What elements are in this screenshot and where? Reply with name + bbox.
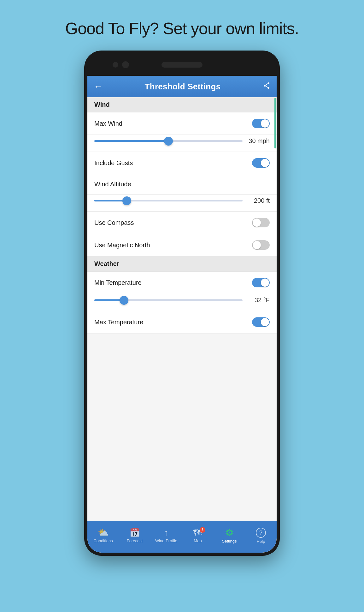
min-temperature-slider[interactable] — [94, 297, 243, 303]
max-wind-toggle[interactable] — [252, 119, 270, 128]
scrollbar-indicator — [274, 98, 276, 148]
max-wind-row: Max Wind — [87, 112, 277, 135]
svg-line-3 — [266, 86, 268, 87]
back-button[interactable]: ← — [94, 81, 103, 92]
include-gusts-toggle[interactable] — [252, 158, 270, 168]
settings-label: Settings — [222, 539, 237, 543]
wind-altitude-fill — [94, 200, 127, 201]
map-label: Map — [194, 538, 202, 543]
use-compass-knob — [253, 219, 261, 227]
max-temperature-label: Max Temperature — [94, 319, 143, 326]
max-wind-value: 30 mph — [248, 137, 270, 145]
min-temperature-slider-row: 32 °F — [87, 294, 277, 311]
min-temperature-track — [94, 299, 243, 301]
wind-altitude-thumb[interactable] — [122, 196, 131, 205]
settings-icon: ⚙ — [225, 528, 234, 537]
min-temperature-thumb[interactable] — [120, 296, 128, 305]
wind-altitude-track — [94, 200, 243, 201]
conditions-label: Conditions — [93, 538, 113, 543]
min-temperature-knob — [261, 279, 269, 287]
max-wind-knob — [261, 119, 269, 128]
nav-forecast[interactable]: 📅 Forecast — [119, 521, 150, 553]
include-gusts-label: Include Gusts — [94, 159, 133, 167]
svg-point-1 — [264, 85, 266, 87]
wind-altitude-slider[interactable] — [94, 198, 243, 204]
use-magnetic-north-toggle[interactable] — [252, 240, 270, 250]
include-gusts-row: Include Gusts — [87, 152, 277, 174]
max-wind-slider-row: 30 mph — [87, 135, 277, 152]
forecast-label: Forecast — [127, 538, 143, 543]
use-magnetic-north-label: Use Magnetic North — [94, 242, 150, 249]
map-icon: 🗺 3 — [193, 528, 202, 537]
wind-altitude-value: 200 ft — [248, 197, 270, 204]
forecast-icon: 📅 — [129, 528, 140, 537]
wind-altitude-slider-row: 200 ft — [87, 195, 277, 212]
section-weather-header: Weather — [87, 256, 277, 272]
wind-altitude-row: Wind Altitude — [87, 174, 277, 195]
share-button[interactable] — [263, 82, 270, 91]
section-wind-header: Wind — [87, 97, 277, 112]
map-badge: 3 — [200, 527, 205, 533]
min-temperature-toggle[interactable] — [252, 278, 270, 287]
app-header: ← Threshold Settings — [87, 76, 277, 97]
help-icon: ? — [256, 528, 266, 538]
use-compass-label: Use Compass — [94, 219, 134, 226]
nav-map[interactable]: 🗺 3 Map — [182, 521, 214, 553]
phone-screen: ← Threshold Settings Wind Max Wind — [87, 76, 277, 553]
use-magnetic-north-knob — [253, 241, 261, 249]
nav-help[interactable]: ? Help — [245, 521, 277, 553]
nav-conditions[interactable]: ⛅ Conditions — [87, 521, 119, 553]
max-wind-slider[interactable] — [94, 138, 243, 144]
phone-speaker — [161, 62, 203, 68]
wind-altitude-label: Wind Altitude — [94, 181, 131, 188]
phone-frame: ← Threshold Settings Wind Max Wind — [84, 51, 280, 556]
bottom-nav: ⛅ Conditions 📅 Forecast ↑ Wind Profile 🗺… — [87, 521, 277, 553]
max-wind-track — [94, 140, 243, 142]
wind-profile-label: Wind Profile — [155, 538, 177, 543]
help-label: Help — [257, 539, 265, 544]
camera-left — [113, 62, 118, 68]
page-tagline: Good To Fly? Set your own limits. — [65, 19, 299, 38]
min-temperature-row: Min Temperature — [87, 272, 277, 294]
max-wind-label: Max Wind — [94, 120, 122, 127]
conditions-icon: ⛅ — [98, 528, 109, 537]
use-compass-toggle[interactable] — [252, 218, 270, 227]
max-temperature-row: Max Temperature — [87, 311, 277, 333]
phone-notch — [87, 54, 277, 76]
nav-wind-profile[interactable]: ↑ Wind Profile — [150, 521, 182, 553]
use-magnetic-north-row: Use Magnetic North — [87, 234, 277, 256]
svg-line-4 — [266, 84, 268, 85]
include-gusts-knob — [261, 159, 269, 167]
svg-point-2 — [267, 87, 269, 89]
min-temperature-label: Min Temperature — [94, 279, 142, 286]
page-title: Threshold Settings — [145, 82, 221, 92]
nav-settings[interactable]: ⚙ Settings — [214, 521, 245, 553]
max-wind-fill — [94, 140, 168, 142]
max-temperature-knob — [261, 318, 269, 326]
max-temperature-toggle[interactable] — [252, 317, 270, 327]
max-wind-thumb[interactable] — [164, 137, 173, 146]
wind-profile-icon: ↑ — [164, 528, 168, 537]
settings-scroll[interactable]: Wind Max Wind 30 mph In — [87, 97, 277, 521]
camera-right — [122, 61, 129, 68]
min-temperature-value: 32 °F — [248, 297, 270, 304]
svg-point-0 — [267, 82, 269, 84]
use-compass-row: Use Compass — [87, 212, 277, 234]
